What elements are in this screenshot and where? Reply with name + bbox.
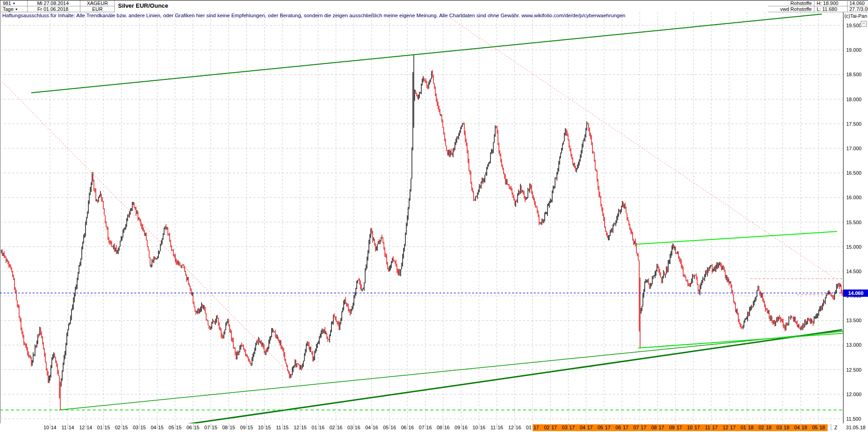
- x-axis-label: 1216: [506, 425, 524, 430]
- x-axis-label: 0318: [774, 425, 792, 430]
- bars-count-dropdown[interactable]: 981▼: [1, 0, 28, 6]
- x-axis-label: 0816: [434, 425, 452, 430]
- resistance-bright: [636, 231, 837, 244]
- minimize-icon[interactable]: −: [861, 21, 867, 27]
- chevron-down-icon: ▼: [12, 2, 15, 5]
- x-axis-label: 0917: [666, 425, 685, 430]
- date-to-field[interactable]: Fr 01.06.2018: [26, 6, 80, 12]
- page-title: Silver EUR/Ounce: [118, 2, 168, 9]
- x-axis-label: 1017: [684, 425, 702, 430]
- x-axis-label: 0116: [309, 425, 327, 430]
- spread-label: 27.7/3.050: [849, 6, 868, 12]
- x-axis-label: 1214: [77, 425, 95, 430]
- y-axis-label: 19.000: [846, 47, 867, 53]
- upper-channel-trendline: [31, 14, 822, 93]
- end-date-label: 31.05.18: [843, 425, 868, 430]
- x-axis-label: 0316: [345, 425, 363, 430]
- low-value-label: L: 11.680: [817, 6, 846, 12]
- taipan-chart-window: 981▼ Tage▼ Mi 27.08.2014 Fr 01.06.2018 X…: [0, 0, 868, 432]
- x-axis-label: 0415: [148, 425, 166, 430]
- x-axis-label: 1116: [488, 425, 506, 430]
- grid: [0, 12, 843, 423]
- x-axis-label: 0216: [327, 425, 345, 430]
- time-axis-scale[interactable]: Z 31.05.18 10141114121401150215031504150…: [0, 423, 868, 432]
- x-axis-label: 0616: [398, 425, 416, 430]
- x-axis-label: 0517: [595, 425, 613, 430]
- y-axis-label: 17.000: [846, 146, 867, 151]
- x-axis-label: 0815: [220, 425, 238, 430]
- x-axis-label: 0716: [416, 425, 434, 430]
- period-dropdown[interactable]: Tage▼: [1, 6, 28, 12]
- x-axis-label: 0117: [523, 425, 542, 430]
- x-axis-label: 0418: [792, 425, 810, 430]
- x-axis-label: 0218: [756, 425, 774, 430]
- zoom-marker: Z: [832, 425, 840, 430]
- x-axis-label: 0118: [738, 425, 756, 430]
- x-axis-label: 0317: [559, 425, 577, 430]
- x-axis-label: 0518: [809, 425, 828, 430]
- axis-divider: [831, 424, 831, 431]
- lower-support-thick: [183, 330, 842, 423]
- x-axis-label: 0416: [363, 425, 381, 430]
- period-value: Tage: [3, 6, 14, 12]
- price-bars-up: [1, 55, 840, 387]
- y-axis-label: 13.500: [846, 318, 867, 323]
- x-axis-label: 0617: [613, 425, 631, 430]
- y-axis-label: 16.500: [846, 170, 867, 176]
- copyright-label: (c)Tai-Pan: [834, 13, 867, 19]
- y-axis-label: 14.500: [846, 269, 867, 274]
- lower-support-thin: [59, 331, 843, 410]
- x-axis-label: 0915: [237, 425, 256, 430]
- disclaimer-text: Haftungsausschluss für Inhalte: Alle Tre…: [2, 13, 626, 18]
- data-source-label: vwd Rohstoffe: [768, 6, 812, 12]
- x-axis-label: 0315: [130, 425, 148, 430]
- last-price-label: 14.060: [849, 0, 868, 6]
- y-axis-label: 12.500: [846, 367, 867, 373]
- down-dotted-left: [0, 79, 286, 369]
- x-axis-label: 0417: [577, 425, 595, 430]
- symbol-field[interactable]: XAGEUR: [80, 0, 115, 6]
- y-axis-label: 13.000: [846, 342, 867, 348]
- bars-count-value: 981: [3, 0, 11, 6]
- x-axis-label: 0817: [649, 425, 667, 430]
- window-top-border: [0, 0, 868, 0]
- x-axis-label: 1117: [702, 425, 720, 430]
- crash-support-bright: [638, 333, 843, 348]
- y-axis-label: 16.000: [846, 195, 867, 200]
- x-axis-label: 1215: [291, 425, 309, 430]
- x-axis-label: 1217: [720, 425, 738, 430]
- y-axis-label: 11.500: [846, 416, 867, 422]
- price-bars-down: [2, 70, 842, 410]
- last-price-badge: 14.060: [843, 290, 868, 297]
- x-axis-label: 0916: [452, 425, 470, 430]
- x-axis-label: 1115: [273, 425, 291, 430]
- y-axis-label: 12.000: [846, 392, 867, 397]
- x-axis-label: 0715: [202, 425, 220, 430]
- header-divider: [768, 6, 868, 6]
- x-axis-label: 0515: [166, 425, 184, 430]
- high-value-label: H: 18.900: [817, 0, 846, 6]
- x-axis-label: 1015: [256, 425, 274, 430]
- x-axis-label: 0115: [94, 425, 113, 430]
- x-axis-label: 1114: [59, 425, 77, 430]
- category-label: Rohstoffe: [768, 0, 812, 6]
- x-axis-label: 1016: [470, 425, 488, 430]
- y-axis-label: 15.000: [846, 244, 867, 250]
- x-axis-label: 0516: [380, 425, 399, 430]
- date-from-field[interactable]: Mi 27.08.2014: [26, 0, 80, 6]
- x-axis-label: 1014: [41, 425, 59, 430]
- x-axis-label: 0717: [631, 425, 649, 430]
- y-axis-label: 18.500: [846, 72, 867, 77]
- y-axis-label: 15.500: [846, 220, 867, 225]
- y-axis-label: 18.000: [846, 97, 867, 102]
- chevron-down-icon: ▼: [15, 8, 18, 11]
- chart-canvas[interactable]: [0, 12, 843, 423]
- x-axis-label: 0615: [184, 425, 202, 430]
- y-axis-label: 17.500: [846, 121, 867, 127]
- currency-field: EUR: [80, 6, 115, 12]
- x-axis-label: 0215: [113, 425, 131, 430]
- x-axis-label: 0217: [541, 425, 559, 430]
